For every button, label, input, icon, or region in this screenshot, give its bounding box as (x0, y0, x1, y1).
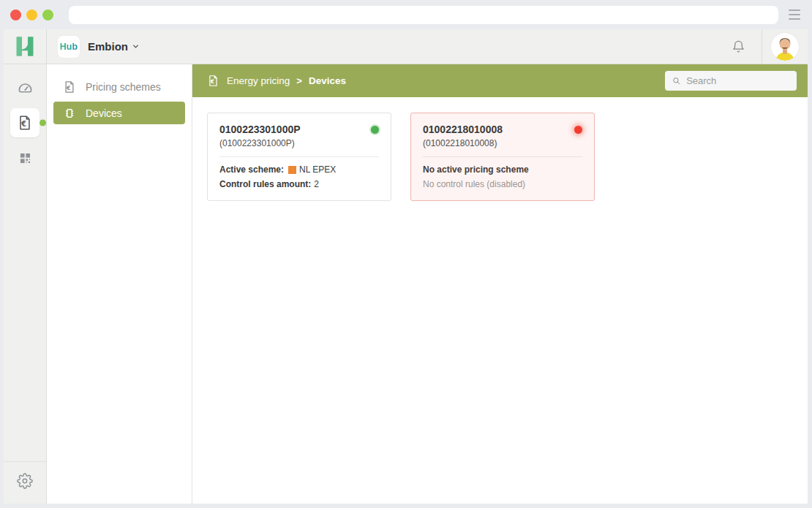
active-scheme-row: Active scheme: NL EPEX (219, 164, 379, 175)
sidebar-item-label: Pricing schemes (86, 81, 161, 93)
sidebar-item-label: Devices (86, 107, 122, 119)
avatar-illustration (771, 33, 799, 61)
sidebar-item-pricing-schemes[interactable]: Pricing schemes (53, 75, 185, 98)
breadcrumb-devices: Devices (309, 75, 346, 86)
pricing-document-icon (63, 80, 76, 94)
app-frame: Hub Embion (0, 29, 812, 508)
window-minimize-button[interactable] (26, 10, 37, 20)
active-scheme-value: NL EPEX (299, 164, 336, 175)
card-divider (423, 156, 582, 157)
search-box (665, 71, 797, 91)
no-rules-text: No control rules (disabled) (423, 179, 582, 189)
card-divider (219, 156, 379, 157)
org-name: Embion (88, 40, 128, 53)
gear-icon (17, 473, 33, 489)
control-rules-row: Control rules amount: 2 (219, 179, 379, 189)
icon-rail (4, 64, 47, 504)
status-dot-error (574, 126, 582, 134)
scheme-color-swatch (288, 166, 296, 174)
rail-item-settings[interactable] (17, 473, 33, 489)
device-card-01002218010008[interactable]: 01002218010008 (01002218010008) No activ… (410, 113, 595, 201)
browser-chrome (0, 0, 812, 29)
pricing-document-icon (17, 115, 33, 131)
org-switcher[interactable]: Embion (88, 40, 140, 53)
modules-grid-icon (18, 151, 33, 166)
rail-item-dashboard[interactable] (10, 73, 40, 102)
device-serial: (01002218010008) (423, 138, 503, 148)
device-serial: (0100223301000P) (219, 138, 301, 148)
breadcrumb-separator: > (296, 75, 302, 86)
sidebar: Pricing schemes Devices (47, 64, 192, 504)
window-maximize-button[interactable] (42, 10, 53, 20)
sidebar-item-devices[interactable]: Devices (53, 102, 185, 124)
rail-item-energy-pricing[interactable] (10, 108, 40, 137)
browser-window: Hub Embion (0, 0, 812, 508)
control-rules-label: Control rules amount: (219, 179, 311, 189)
address-bar[interactable] (69, 6, 778, 24)
rail-item-modules[interactable] (10, 143, 40, 173)
search-input[interactable] (686, 75, 790, 86)
status-dot-online (371, 126, 379, 134)
breadcrumb-energy-pricing[interactable]: Energy pricing (227, 75, 290, 86)
device-name: 0100223301000P (219, 124, 301, 135)
app-header: Hub Embion (4, 29, 808, 64)
chip-icon (63, 107, 76, 120)
no-scheme-text: No active pricing scheme (423, 164, 582, 175)
main-panel: Energy pricing > Devices (192, 64, 808, 504)
user-avatar[interactable] (771, 33, 799, 61)
notification-dot (40, 120, 46, 126)
breadcrumb-bar: Energy pricing > Devices (192, 64, 808, 97)
active-scheme-label: Active scheme: (219, 164, 284, 175)
chevron-down-icon (132, 42, 140, 50)
device-cards-area: 0100223301000P (0100223301000P) Active s… (192, 97, 808, 216)
rail-bottom (4, 461, 46, 504)
window-close-button[interactable] (10, 10, 21, 20)
control-rules-value: 2 (314, 179, 319, 189)
hub-badge[interactable]: Hub (58, 36, 80, 58)
notifications-bell-icon[interactable] (732, 39, 745, 53)
gauge-icon (17, 80, 34, 96)
browser-menu-icon[interactable] (787, 8, 802, 21)
pricing-document-icon (207, 75, 219, 87)
hub-badge-label: Hub (60, 42, 78, 52)
h-logo-icon (14, 34, 36, 58)
app-logo[interactable] (4, 29, 47, 64)
device-card-0100223301000P[interactable]: 0100223301000P (0100223301000P) Active s… (207, 113, 391, 201)
search-icon (672, 75, 681, 86)
device-name: 01002218010008 (423, 124, 503, 135)
